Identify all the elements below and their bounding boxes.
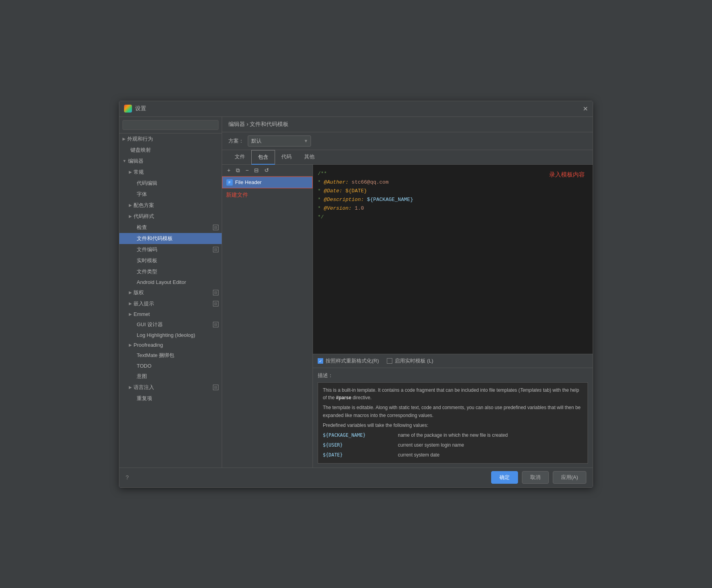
desc-text-1: This is a built-in template. It contains…	[323, 387, 583, 402]
sidebar-item-inspections[interactable]: 检查 ⊟	[119, 222, 222, 233]
app-icon	[124, 105, 132, 113]
sidebar: ▶ 外观和行为 键盘映射 ▼ 编辑器 ▶ 常规 代码编辑 字体 ▶ 配色	[119, 117, 222, 468]
settings-icon: ⊟	[213, 225, 218, 230]
sidebar-item-label: 字体	[137, 191, 147, 198]
sidebar-item-inlay-hints[interactable]: ▶ 嵌入提示 ⊟	[119, 298, 222, 309]
sidebar-item-code-editing[interactable]: 代码编辑	[119, 178, 222, 189]
ok-button[interactable]: 确定	[491, 471, 518, 484]
desc-var-desc-3: current system date	[398, 451, 439, 459]
description-box: This is a built-in template. It contains…	[318, 382, 588, 464]
live-template-check-icon	[387, 358, 392, 364]
expand-arrow: ▶	[129, 312, 132, 316]
code-panel: 录入模板内容 /** * @Auther: stc66@qq.com * @Da…	[313, 165, 593, 468]
code-editor[interactable]: 录入模板内容 /** * @Auther: stc66@qq.com * @Da…	[313, 165, 593, 354]
sidebar-item-font[interactable]: 字体	[119, 189, 222, 200]
sidebar-item-editor[interactable]: ▼ 编辑器	[119, 156, 222, 167]
main-content: 编辑器 › 文件和代码模板 方案： 默认 ▾ 文件 包含	[222, 117, 593, 468]
sidebar-item-android-layout-editor[interactable]: Android Layout Editor	[119, 277, 222, 287]
code-line-3: * @Date: ${DATE}	[318, 187, 588, 195]
expand-arrow: ▶	[129, 343, 132, 347]
desc-text-2: The template is editable. Along with sta…	[323, 404, 583, 419]
desc-var-desc-2: current user system login name	[398, 441, 464, 449]
new-file-label: 新建文件	[222, 188, 313, 202]
settings-icon: ⊟	[213, 385, 218, 390]
sidebar-item-label: Log Highlighting (Ideolog)	[137, 332, 195, 338]
sidebar-item-code-style[interactable]: ▶ 代码样式	[119, 211, 222, 222]
tab-other[interactable]: 其他	[298, 150, 321, 164]
remove-button[interactable]: −	[243, 166, 251, 174]
sidebar-item-label: 编辑器	[128, 158, 143, 165]
expand-arrow: ▼	[122, 159, 126, 163]
search-input[interactable]	[122, 120, 218, 130]
sidebar-item-todo[interactable]: TODO	[119, 361, 222, 371]
code-line-2: * @Auther: stc66@qq.com	[318, 178, 588, 187]
sidebar-item-label: 配色方案	[134, 202, 154, 209]
cancel-button[interactable]: 取消	[522, 471, 549, 484]
scheme-row: 方案： 默认 ▾	[222, 132, 593, 150]
live-template-label: 启用实时模板 (L)	[395, 357, 433, 364]
sidebar-item-keymap[interactable]: 键盘映射	[119, 145, 222, 156]
title-bar: 设置 ✕	[119, 101, 593, 117]
sidebar-item-label: 文件编码	[137, 246, 157, 253]
sidebar-item-label: 常规	[134, 169, 144, 176]
sidebar-item-label: Emmet	[134, 311, 150, 317]
help-icon[interactable]: ?	[126, 474, 129, 481]
desc-var-name-3: ${DATE}	[323, 451, 394, 459]
tab-files[interactable]: 文件	[228, 150, 251, 164]
settings-icon: ⊟	[213, 247, 218, 252]
code-line-1: /**	[318, 169, 588, 178]
footer-buttons: 确定 取消 应用(A)	[491, 471, 586, 484]
sidebar-item-label: GUI 设计器	[137, 321, 163, 328]
sidebar-item-proofreading[interactable]: ▶ Proofreading	[119, 340, 222, 350]
sidebar-item-textmate[interactable]: TextMate 捆绑包	[119, 350, 222, 361]
code-line-4: * @Description: ${PACKAGE_NAME}	[318, 195, 588, 204]
sidebar-item-file-code-templates[interactable]: 文件和代码模板	[119, 233, 222, 244]
sidebar-item-intention[interactable]: 意图	[119, 371, 222, 382]
title-bar-left: 设置	[124, 105, 146, 113]
apply-button[interactable]: 应用(A)	[553, 471, 586, 484]
sidebar-item-language-injection[interactable]: ▶ 语言注入 ⊟	[119, 382, 222, 393]
desc-var-desc-1: name of the package in which the new fil…	[398, 432, 508, 439]
sidebar-item-color-scheme[interactable]: ▶ 配色方案	[119, 200, 222, 211]
close-button[interactable]: ✕	[583, 105, 588, 113]
sidebar-item-label: 键盘映射	[130, 147, 151, 154]
file-icon: F	[226, 179, 233, 186]
footer: ? 确定 取消 应用(A)	[119, 468, 593, 487]
sidebar-item-label: TODO	[137, 363, 151, 369]
sidebar-item-emmet[interactable]: ▶ Emmet	[119, 309, 222, 319]
expand-arrow: ▶	[129, 214, 132, 218]
expand-arrow: ▶	[129, 385, 132, 389]
expand-arrow: ▶	[129, 290, 132, 295]
sidebar-item-gui-designer[interactable]: GUI 设计器 ⊟	[119, 319, 222, 330]
breadcrumb: 编辑器 › 文件和代码模板	[222, 117, 593, 132]
undo-button[interactable]: ↺	[262, 166, 271, 174]
add-button[interactable]: +	[225, 166, 232, 174]
live-template-checkbox[interactable]: 启用实时模板 (L)	[387, 357, 433, 364]
sidebar-item-live-templates[interactable]: 实时模板	[119, 255, 222, 266]
sidebar-item-appearance[interactable]: ▶ 外观和行为	[119, 133, 222, 145]
sidebar-item-label: 文件和代码模板	[137, 235, 173, 242]
scheme-select[interactable]: 默认 ▾	[248, 135, 311, 147]
restore-button[interactable]: ⊟	[252, 166, 261, 174]
file-item-label: File Header	[235, 179, 262, 185]
sidebar-item-general[interactable]: ▶ 常规	[119, 167, 222, 178]
expand-arrow: ▶	[122, 137, 126, 141]
sidebar-item-copyright[interactable]: ▶ 版权 ⊟	[119, 287, 222, 298]
sidebar-item-label: 检查	[137, 224, 147, 231]
sidebar-item-duplicate[interactable]: 重复项	[119, 393, 222, 404]
copy-button[interactable]: ⧉	[234, 166, 242, 175]
tab-code[interactable]: 代码	[275, 150, 298, 164]
scheme-label: 方案：	[228, 137, 244, 145]
settings-icon: ⊟	[213, 290, 218, 295]
sidebar-item-label: 文件类型	[137, 268, 157, 275]
sidebar-item-file-types[interactable]: 文件类型	[119, 266, 222, 277]
sidebar-item-label: TextMate 捆绑包	[137, 352, 174, 359]
settings-icon: ⊟	[213, 301, 218, 306]
reformat-checkbox[interactable]: ✓ 按照样式重新格式化(R)	[318, 357, 379, 364]
expand-arrow: ▶	[129, 170, 132, 174]
sidebar-item-file-encodings[interactable]: 文件编码 ⊟	[119, 244, 222, 255]
sidebar-item-label: 外观和行为	[127, 135, 153, 143]
sidebar-item-log-highlighting[interactable]: Log Highlighting (Ideolog)	[119, 330, 222, 340]
file-item-header[interactable]: F File Header	[222, 177, 313, 188]
tab-includes[interactable]: 包含	[251, 150, 275, 165]
